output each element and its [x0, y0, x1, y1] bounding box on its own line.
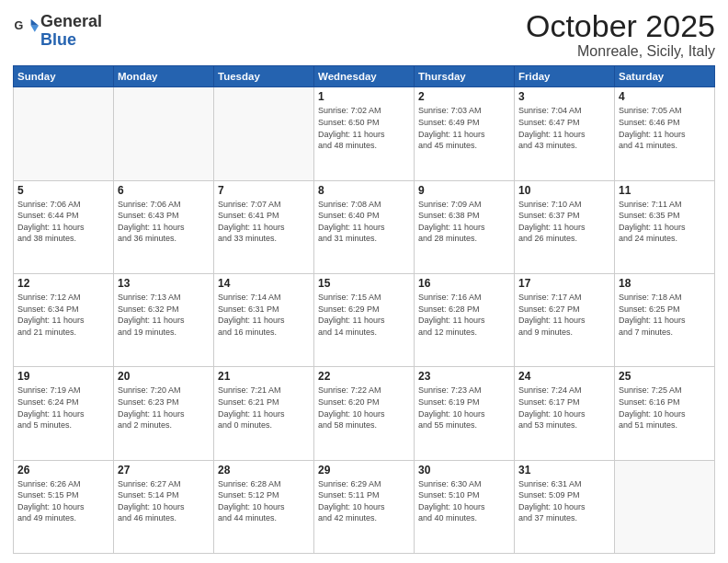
logo-line2: Blue — [40, 31, 102, 50]
table-row: 31Sunrise: 6:31 AM Sunset: 5:09 PM Dayli… — [515, 460, 615, 553]
day-number: 20 — [118, 370, 210, 383]
day-info: Sunrise: 7:12 AM Sunset: 6:34 PM Dayligh… — [17, 292, 109, 338]
day-number: 14 — [218, 277, 310, 290]
table-row: 18Sunrise: 7:18 AM Sunset: 6:25 PM Dayli… — [615, 274, 715, 367]
day-number: 1 — [318, 90, 410, 103]
day-info: Sunrise: 7:11 AM Sunset: 6:35 PM Dayligh… — [619, 199, 711, 245]
day-number: 6 — [118, 184, 210, 197]
day-number: 23 — [418, 370, 510, 383]
col-friday: Friday — [515, 66, 615, 87]
logo-line1: General — [40, 13, 102, 31]
table-row: 22Sunrise: 7:22 AM Sunset: 6:20 PM Dayli… — [314, 367, 415, 460]
table-row: 27Sunrise: 6:27 AM Sunset: 5:14 PM Dayli… — [114, 460, 214, 553]
table-row: 11Sunrise: 7:11 AM Sunset: 6:35 PM Dayli… — [615, 180, 715, 273]
day-number: 10 — [518, 184, 610, 197]
logo-icon: G — [13, 17, 39, 42]
day-number: 24 — [518, 370, 610, 383]
day-number: 26 — [17, 464, 109, 477]
col-thursday: Thursday — [415, 66, 515, 87]
day-number: 7 — [218, 184, 310, 197]
calendar-table: Sunday Monday Tuesday Wednesday Thursday… — [13, 65, 715, 554]
table-row: 3Sunrise: 7:04 AM Sunset: 6:47 PM Daylig… — [515, 87, 615, 180]
calendar-week-row: 26Sunrise: 6:26 AM Sunset: 5:15 PM Dayli… — [14, 460, 715, 553]
day-info: Sunrise: 6:29 AM Sunset: 5:11 PM Dayligh… — [318, 478, 410, 524]
table-row: 5Sunrise: 7:06 AM Sunset: 6:44 PM Daylig… — [14, 180, 114, 273]
calendar-subtitle: Monreale, Sicily, Italy — [526, 43, 715, 60]
day-info: Sunrise: 7:05 AM Sunset: 6:46 PM Dayligh… — [619, 105, 711, 151]
day-info: Sunrise: 7:06 AM Sunset: 6:43 PM Dayligh… — [118, 199, 210, 245]
col-wednesday: Wednesday — [314, 66, 415, 87]
day-info: Sunrise: 7:09 AM Sunset: 6:38 PM Dayligh… — [418, 199, 510, 245]
day-info: Sunrise: 7:17 AM Sunset: 6:27 PM Dayligh… — [518, 292, 610, 338]
col-saturday: Saturday — [615, 66, 715, 87]
table-row: 28Sunrise: 6:28 AM Sunset: 5:12 PM Dayli… — [214, 460, 314, 553]
day-number: 22 — [318, 370, 410, 383]
col-monday: Monday — [114, 66, 214, 87]
table-row: 26Sunrise: 6:26 AM Sunset: 5:15 PM Dayli… — [14, 460, 114, 553]
day-info: Sunrise: 7:23 AM Sunset: 6:19 PM Dayligh… — [418, 385, 510, 431]
day-number: 15 — [318, 277, 410, 290]
table-row: 12Sunrise: 7:12 AM Sunset: 6:34 PM Dayli… — [14, 274, 114, 367]
svg-text:G: G — [14, 19, 23, 32]
day-info: Sunrise: 7:21 AM Sunset: 6:21 PM Dayligh… — [218, 385, 310, 431]
day-info: Sunrise: 6:26 AM Sunset: 5:15 PM Dayligh… — [17, 478, 109, 524]
day-number: 8 — [318, 184, 410, 197]
day-info: Sunrise: 6:27 AM Sunset: 5:14 PM Dayligh… — [118, 478, 210, 524]
day-number: 3 — [518, 90, 610, 103]
day-number: 31 — [518, 464, 610, 477]
day-number: 12 — [17, 277, 109, 290]
col-tuesday: Tuesday — [214, 66, 314, 87]
table-row: 25Sunrise: 7:25 AM Sunset: 6:16 PM Dayli… — [615, 367, 715, 460]
day-info: Sunrise: 7:22 AM Sunset: 6:20 PM Dayligh… — [318, 385, 410, 431]
day-number: 5 — [17, 184, 109, 197]
day-number: 4 — [619, 90, 711, 103]
day-info: Sunrise: 7:25 AM Sunset: 6:16 PM Dayligh… — [619, 385, 711, 431]
table-row — [114, 87, 214, 180]
calendar-week-row: 12Sunrise: 7:12 AM Sunset: 6:34 PM Dayli… — [14, 274, 715, 367]
table-row: 10Sunrise: 7:10 AM Sunset: 6:37 PM Dayli… — [515, 180, 615, 273]
table-row: 9Sunrise: 7:09 AM Sunset: 6:38 PM Daylig… — [415, 180, 515, 273]
calendar-header-row: Sunday Monday Tuesday Wednesday Thursday… — [14, 66, 715, 87]
svg-marker-2 — [31, 26, 39, 32]
table-row: 1Sunrise: 7:02 AM Sunset: 6:50 PM Daylig… — [314, 87, 415, 180]
table-row: 24Sunrise: 7:24 AM Sunset: 6:17 PM Dayli… — [515, 367, 615, 460]
table-row: 8Sunrise: 7:08 AM Sunset: 6:40 PM Daylig… — [314, 180, 415, 273]
table-row: 4Sunrise: 7:05 AM Sunset: 6:46 PM Daylig… — [615, 87, 715, 180]
day-info: Sunrise: 7:19 AM Sunset: 6:24 PM Dayligh… — [17, 385, 109, 431]
table-row: 23Sunrise: 7:23 AM Sunset: 6:19 PM Dayli… — [415, 367, 515, 460]
day-info: Sunrise: 7:16 AM Sunset: 6:28 PM Dayligh… — [418, 292, 510, 338]
day-number: 30 — [418, 464, 510, 477]
day-info: Sunrise: 6:28 AM Sunset: 5:12 PM Dayligh… — [218, 478, 310, 524]
table-row: 19Sunrise: 7:19 AM Sunset: 6:24 PM Dayli… — [14, 367, 114, 460]
page: G General Blue October 2025 Monreale, Si… — [0, 0, 728, 563]
day-info: Sunrise: 7:07 AM Sunset: 6:41 PM Dayligh… — [218, 199, 310, 245]
day-info: Sunrise: 7:18 AM Sunset: 6:25 PM Dayligh… — [619, 292, 711, 338]
table-row: 16Sunrise: 7:16 AM Sunset: 6:28 PM Dayli… — [415, 274, 515, 367]
day-info: Sunrise: 7:15 AM Sunset: 6:29 PM Dayligh… — [318, 292, 410, 338]
day-number: 21 — [218, 370, 310, 383]
logo: G General Blue — [13, 13, 102, 50]
table-row — [214, 87, 314, 180]
table-row: 29Sunrise: 6:29 AM Sunset: 5:11 PM Dayli… — [314, 460, 415, 553]
col-sunday: Sunday — [14, 66, 114, 87]
day-info: Sunrise: 7:06 AM Sunset: 6:44 PM Dayligh… — [17, 199, 109, 245]
svg-marker-1 — [31, 19, 39, 26]
day-info: Sunrise: 6:30 AM Sunset: 5:10 PM Dayligh… — [418, 478, 510, 524]
day-info: Sunrise: 6:31 AM Sunset: 5:09 PM Dayligh… — [518, 478, 610, 524]
day-number: 19 — [17, 370, 109, 383]
table-row: 13Sunrise: 7:13 AM Sunset: 6:32 PM Dayli… — [114, 274, 214, 367]
day-info: Sunrise: 7:20 AM Sunset: 6:23 PM Dayligh… — [118, 385, 210, 431]
table-row: 6Sunrise: 7:06 AM Sunset: 6:43 PM Daylig… — [114, 180, 214, 273]
table-row: 2Sunrise: 7:03 AM Sunset: 6:49 PM Daylig… — [415, 87, 515, 180]
table-row: 14Sunrise: 7:14 AM Sunset: 6:31 PM Dayli… — [214, 274, 314, 367]
table-row — [14, 87, 114, 180]
header: G General Blue October 2025 Monreale, Si… — [13, 9, 715, 60]
day-info: Sunrise: 7:14 AM Sunset: 6:31 PM Dayligh… — [218, 292, 310, 338]
day-info: Sunrise: 7:10 AM Sunset: 6:37 PM Dayligh… — [518, 199, 610, 245]
table-row: 21Sunrise: 7:21 AM Sunset: 6:21 PM Dayli… — [214, 367, 314, 460]
table-row: 7Sunrise: 7:07 AM Sunset: 6:41 PM Daylig… — [214, 180, 314, 273]
day-number: 27 — [118, 464, 210, 477]
table-row: 20Sunrise: 7:20 AM Sunset: 6:23 PM Dayli… — [114, 367, 214, 460]
day-number: 11 — [619, 184, 711, 197]
day-number: 16 — [418, 277, 510, 290]
